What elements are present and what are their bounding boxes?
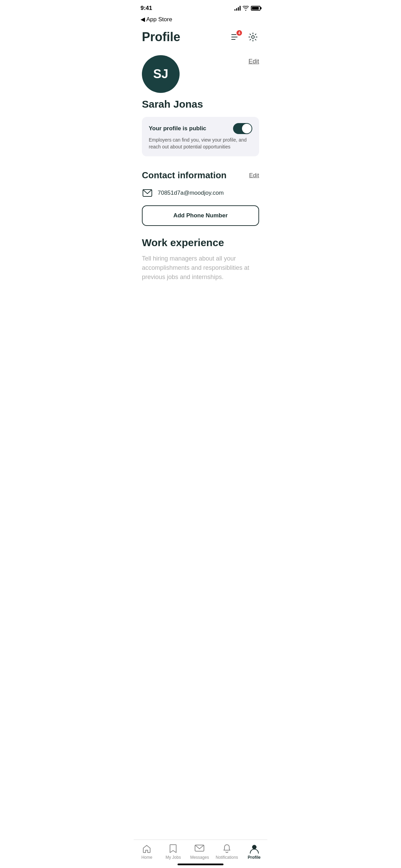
work-experience-section: Work experience Tell hiring managers abo… (134, 237, 267, 323)
edit-profile-button[interactable]: Edit (248, 55, 259, 68)
status-time: 9:41 (141, 5, 152, 12)
avatar: SJ (142, 55, 180, 93)
add-phone-button[interactable]: Add Phone Number (142, 205, 259, 226)
app-store-back[interactable]: ◀ App Store (134, 14, 267, 26)
public-toggle[interactable] (233, 123, 252, 134)
toggle-knob (242, 124, 252, 133)
gear-icon (248, 32, 258, 42)
work-experience-title: Work experience (142, 237, 259, 249)
profile-header: SJ Edit (142, 55, 259, 93)
header-actions: 4 (229, 31, 259, 43)
public-profile-label: Your profile is public (149, 125, 206, 132)
edit-contact-button[interactable]: Edit (249, 172, 259, 179)
contact-info-header: Contact information Edit (142, 170, 259, 181)
contact-email-value: 70851d7a@moodjoy.com (158, 190, 224, 196)
page-title: Profile (142, 30, 180, 44)
contact-email-row: 70851d7a@moodjoy.com (142, 188, 259, 198)
svg-point-3 (252, 36, 254, 38)
mail-icon (142, 188, 153, 198)
profile-section: SJ Edit Sarah Jonas Your profile is publ… (134, 50, 267, 170)
public-profile-row: Your profile is public (149, 123, 252, 134)
notifications-button[interactable]: 4 (229, 31, 241, 43)
battery-icon (251, 6, 260, 11)
work-experience-description: Tell hiring managers about all your acco… (142, 254, 259, 282)
page-header: Profile 4 (134, 26, 267, 50)
profile-name: Sarah Jonas (142, 98, 259, 110)
contact-info-title: Contact information (142, 170, 227, 181)
contact-info-section: Contact information Edit 70851d7a@moodjo… (134, 170, 267, 229)
wifi-icon (243, 6, 249, 11)
signal-bars-icon (234, 6, 241, 11)
status-icons (234, 6, 260, 11)
status-bar: 9:41 (134, 0, 267, 14)
public-profile-description: Employers can find you, view your profil… (149, 137, 252, 150)
public-profile-card: Your profile is public Employers can fin… (142, 117, 259, 156)
settings-button[interactable] (247, 31, 259, 43)
notification-badge: 4 (236, 29, 243, 36)
